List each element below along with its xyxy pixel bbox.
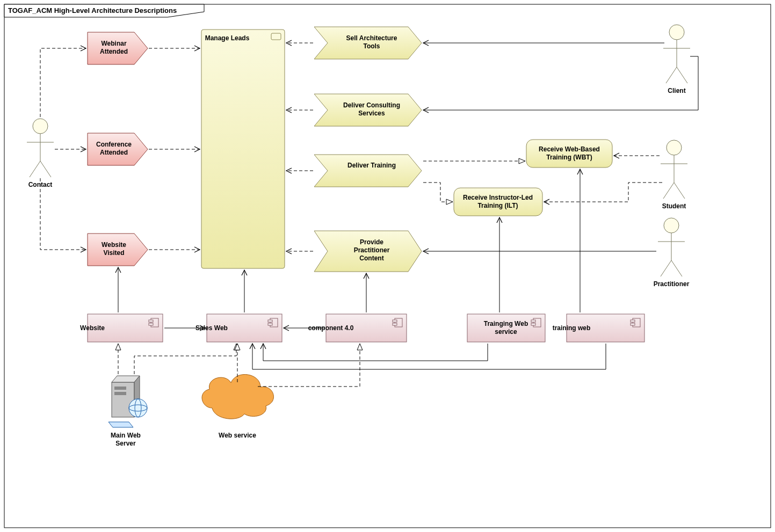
svg-text:Website: Website bbox=[102, 241, 126, 249]
svg-text:Deliver Consulting: Deliver Consulting bbox=[343, 101, 400, 109]
svg-rect-77 bbox=[114, 387, 126, 390]
svg-rect-78 bbox=[114, 392, 126, 395]
svg-rect-67 bbox=[531, 320, 535, 322]
component-training-ws: Trainging Web service bbox=[467, 314, 545, 342]
svg-rect-56 bbox=[268, 320, 272, 322]
svg-rect-52 bbox=[149, 323, 153, 325]
svg-rect-73 bbox=[631, 323, 635, 325]
svg-text:Trainging Web: Trainging Web bbox=[484, 320, 528, 327]
component-website: Website bbox=[80, 314, 163, 342]
diagram-title: TOGAF_ACM High-Level Architecture Descri… bbox=[8, 6, 177, 14]
svg-text:Services: Services bbox=[358, 110, 385, 117]
svg-text:Conference: Conference bbox=[96, 141, 132, 148]
svg-text:Web service: Web service bbox=[219, 432, 256, 439]
svg-text:Main Web: Main Web bbox=[111, 432, 141, 439]
svg-text:Receive Instructor-Led: Receive Instructor-Led bbox=[463, 194, 533, 201]
component-sales-web: Sales Web bbox=[195, 314, 282, 342]
process-manage-leads: Manage Leads bbox=[201, 30, 285, 268]
svg-rect-31 bbox=[201, 30, 285, 268]
service-deliver-consulting: Deliver Consulting Services bbox=[314, 94, 422, 126]
svg-marker-82 bbox=[108, 422, 133, 427]
service-deliver-training: Deliver Training bbox=[314, 155, 422, 187]
svg-text:Sell Architecture: Sell Architecture bbox=[346, 34, 397, 42]
svg-text:Tools: Tools bbox=[363, 42, 380, 50]
svg-text:service: service bbox=[495, 328, 517, 336]
svg-text:Practitioner: Practitioner bbox=[354, 246, 390, 254]
svg-rect-61 bbox=[393, 320, 397, 322]
svg-text:Provide: Provide bbox=[360, 238, 383, 246]
svg-text:Visited: Visited bbox=[103, 249, 124, 257]
svg-rect-57 bbox=[268, 323, 272, 325]
svg-text:Receive Web-Based: Receive Web-Based bbox=[539, 145, 600, 153]
svg-text:Manage Leads: Manage Leads bbox=[205, 34, 250, 42]
service-provide-content: Provide Practitioner Content bbox=[314, 231, 422, 272]
svg-text:Attended: Attended bbox=[100, 149, 128, 156]
svg-point-1 bbox=[33, 119, 48, 134]
svg-text:Server: Server bbox=[115, 440, 136, 447]
svg-rect-72 bbox=[631, 320, 635, 322]
svg-point-19 bbox=[664, 218, 679, 233]
svg-text:Website: Website bbox=[80, 324, 105, 332]
svg-rect-62 bbox=[393, 323, 397, 325]
svg-rect-68 bbox=[531, 323, 535, 325]
svg-text:Attended: Attended bbox=[100, 48, 128, 55]
svg-text:Deliver Training: Deliver Training bbox=[347, 162, 396, 169]
svg-point-79 bbox=[129, 399, 147, 417]
activity-receive-ilt: Receive Instructor-Led Training (ILT) bbox=[454, 188, 542, 216]
svg-text:Student: Student bbox=[662, 202, 686, 210]
activity-receive-wbt: Receive Web-Based Training (WBT) bbox=[526, 140, 612, 167]
svg-text:Training (WBT): Training (WBT) bbox=[546, 154, 592, 161]
svg-text:Client: Client bbox=[668, 87, 685, 94]
svg-rect-51 bbox=[149, 320, 153, 322]
svg-text:Practitioner: Practitioner bbox=[654, 280, 690, 288]
service-sell-tools: Sell Architecture Tools bbox=[314, 27, 422, 59]
svg-text:Training (ILT): Training (ILT) bbox=[477, 202, 518, 209]
svg-point-7 bbox=[669, 25, 684, 40]
svg-text:Webinar: Webinar bbox=[101, 40, 126, 47]
svg-text:Content: Content bbox=[359, 254, 383, 262]
svg-point-13 bbox=[667, 140, 682, 155]
svg-text:training web: training web bbox=[553, 324, 591, 332]
